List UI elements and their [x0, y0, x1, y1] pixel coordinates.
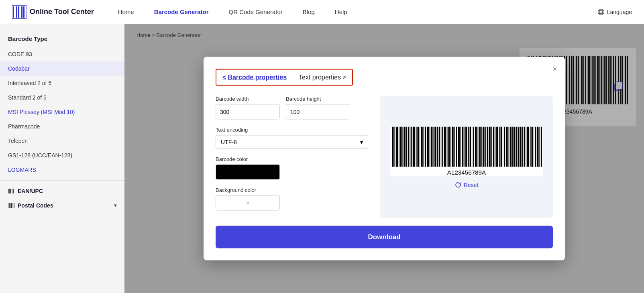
language-selector[interactable]: Language	[597, 8, 632, 16]
svg-rect-6	[22, 6, 24, 18]
svg-rect-98	[411, 127, 412, 167]
svg-rect-122	[458, 127, 460, 167]
nav-barcode-generator[interactable]: Barcode Generator	[154, 8, 209, 15]
svg-rect-126	[465, 127, 467, 167]
tab-barcode-arrow: <	[222, 74, 226, 81]
svg-rect-131	[475, 127, 477, 167]
svg-rect-164	[539, 127, 540, 167]
barcode-height-label: Barcode height	[286, 96, 350, 102]
sidebar-title: Barcode Type	[0, 32, 124, 47]
sidebar-item-logmars[interactable]: LOGMARS	[0, 163, 124, 177]
svg-rect-134	[481, 127, 482, 167]
svg-rect-100	[416, 127, 417, 167]
svg-rect-153	[518, 127, 519, 167]
svg-rect-119	[452, 127, 454, 167]
svg-rect-108	[431, 127, 433, 167]
svg-text:A123456789A: A123456789A	[447, 169, 486, 176]
svg-rect-107	[430, 127, 430, 167]
postal-barcode-icon	[8, 202, 14, 209]
download-button[interactable]: Download	[216, 226, 553, 248]
sidebar-item-gs1128[interactable]: GS1-128 (UCC/EAN-128)	[0, 148, 124, 163]
svg-rect-136	[485, 127, 486, 167]
barcode-small-icon	[8, 188, 14, 194]
svg-rect-8	[12, 6, 26, 18]
sidebar-item-pharmacode[interactable]: Pharmacode	[0, 119, 124, 134]
barcode-color-picker[interactable]	[216, 165, 280, 180]
main-layout: Barcode Type CODE 93 Codabar Interleaved…	[0, 24, 644, 293]
sidebar-group-ean[interactable]: EAN/UPC	[0, 184, 124, 198]
svg-rect-130	[473, 127, 474, 167]
svg-rect-133	[479, 127, 481, 167]
text-encoding-select[interactable]: UTF-8 ▾	[216, 135, 368, 149]
reset-button[interactable]: Reset	[455, 182, 479, 188]
nav-qr-code[interactable]: QR Code Generator	[229, 8, 283, 15]
svg-rect-91	[399, 127, 399, 167]
tab-barcode-label: Barcode properties	[228, 74, 287, 81]
svg-rect-127	[468, 127, 469, 167]
dimension-fields: Barcode width ▲ ▼ Barcode height	[216, 96, 368, 127]
sidebar-group-postal-label: Postal Codes	[18, 202, 53, 209]
sidebar-item-code93[interactable]: CODE 93	[0, 47, 124, 61]
sidebar-item-telepen[interactable]: Telepen	[0, 134, 124, 148]
tab-text-label: Text properties	[299, 74, 341, 81]
barcode-width-input[interactable]	[216, 105, 280, 119]
svg-rect-123	[461, 127, 461, 167]
reset-label: Reset	[464, 182, 479, 188]
sidebar-item-msi[interactable]: MSI Plessey (MSI Mod 10)	[0, 105, 124, 119]
svg-rect-14	[8, 189, 9, 193]
background-color-picker[interactable]: ×	[216, 195, 280, 211]
svg-rect-146	[504, 127, 505, 167]
encoding-dropdown-arrow: ▾	[360, 139, 363, 145]
svg-rect-117	[448, 127, 450, 167]
svg-rect-95	[406, 127, 407, 167]
svg-rect-88	[392, 127, 394, 167]
svg-rect-101	[417, 127, 419, 167]
sidebar-item-codabar[interactable]: Codabar	[0, 61, 124, 76]
svg-rect-109	[433, 127, 434, 167]
svg-rect-15	[9, 189, 10, 193]
svg-rect-154	[520, 127, 522, 167]
sidebar: Barcode Type CODE 93 Codabar Interleaved…	[0, 24, 124, 293]
background-color-label: Background color	[216, 187, 368, 193]
svg-rect-118	[450, 127, 451, 167]
logo[interactable]: Online Tool Center	[12, 5, 94, 19]
svg-rect-147	[506, 127, 508, 167]
sidebar-item-standard2of5[interactable]: Standard 2 of 5	[0, 90, 124, 105]
barcode-height-input[interactable]	[286, 105, 350, 119]
svg-rect-103	[421, 127, 423, 167]
modal-close-button[interactable]: ×	[552, 65, 557, 73]
barcode-color-group: Barcode color	[216, 156, 368, 180]
svg-rect-110	[434, 127, 436, 167]
background-color-clear[interactable]: ×	[246, 200, 249, 206]
header: Online Tool Center Home Barcode Generato…	[0, 0, 644, 24]
globe-icon	[597, 8, 605, 16]
nav-home[interactable]: Home	[118, 8, 134, 15]
tab-text-properties[interactable]: Text properties >	[299, 74, 346, 81]
sidebar-group-postal[interactable]: Postal Codes ▾	[0, 198, 124, 213]
svg-rect-92	[400, 127, 402, 167]
svg-rect-111	[437, 127, 438, 167]
logo-text: Online Tool Center	[30, 8, 94, 16]
tab-barcode-properties[interactable]: < Barcode properties	[222, 74, 287, 81]
svg-rect-90	[396, 127, 398, 167]
svg-rect-94	[404, 127, 406, 167]
main-nav: Home Barcode Generator QR Code Generator…	[118, 8, 597, 15]
sidebar-item-interleaved[interactable]: Interleaved 2 of 5	[0, 76, 124, 90]
nav-help[interactable]: Help	[335, 8, 347, 15]
tab-text-arrow: >	[342, 74, 346, 81]
text-encoding-value: UTF-8	[221, 139, 237, 145]
svg-rect-160	[532, 127, 533, 167]
svg-rect-113	[441, 127, 441, 167]
svg-rect-1	[15, 6, 15, 18]
svg-rect-135	[483, 127, 485, 167]
barcode-width-group: Barcode width ▲ ▼	[216, 96, 280, 120]
barcode-width-label: Barcode width	[216, 96, 280, 102]
barcode-height-spinner: ▲ ▼	[286, 104, 350, 120]
svg-rect-97	[410, 127, 410, 167]
svg-rect-149	[510, 127, 512, 167]
modal-dialog: × < Barcode properties Text properties >	[204, 57, 565, 260]
nav-blog[interactable]: Blog	[303, 8, 315, 15]
svg-rect-19	[8, 203, 8, 208]
modal-body: Barcode width ▲ ▼ Barcode height	[216, 96, 553, 218]
reset-icon	[455, 182, 461, 188]
